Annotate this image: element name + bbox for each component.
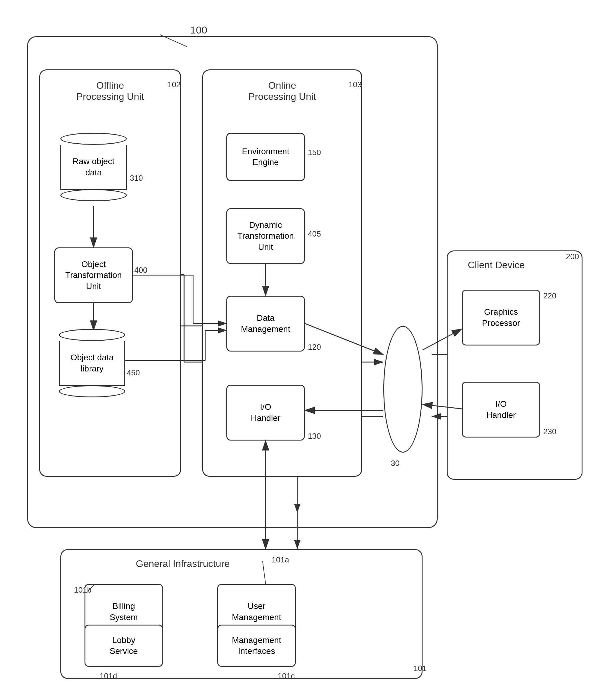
network-ellipse <box>383 326 422 453</box>
ref-150: 150 <box>308 148 321 157</box>
online-pu-label: OnlineProcessing Unit <box>210 80 355 102</box>
ref-101: 101 <box>414 664 427 673</box>
ref-120: 120 <box>308 343 321 352</box>
ref-450: 450 <box>127 368 140 378</box>
management-interfaces: ManagementInterfaces <box>217 625 296 667</box>
ref-102: 102 <box>167 80 180 89</box>
ref-220: 220 <box>543 291 556 300</box>
ref-200: 200 <box>566 252 579 261</box>
ref-400: 400 <box>134 266 147 275</box>
ref-101b: 101b <box>74 585 91 595</box>
ref-405: 405 <box>308 229 321 239</box>
dynamic-transformation-unit: DynamicTransformationUnit <box>227 208 305 264</box>
ref-101a: 101a <box>272 555 289 565</box>
environment-engine: EnvironmentEngine <box>227 133 305 181</box>
io-handler-client: I/OHandler <box>462 382 540 438</box>
offline-pu-label: OfflineProcessing Unit <box>47 80 174 102</box>
graphics-processor: GraphicsProcessor <box>462 290 540 346</box>
data-management: DataManagement <box>227 296 305 351</box>
ref-310: 310 <box>130 174 143 183</box>
ref-130: 130 <box>308 432 321 441</box>
ref-101d: 101d <box>99 671 117 681</box>
lobby-service: LobbyService <box>85 625 163 667</box>
general-infra-label: General Infrastructure <box>136 558 230 569</box>
io-handler-online: I/OHandler <box>227 385 305 440</box>
client-device-label: Client Device <box>468 259 525 271</box>
object-data-library-cylinder: Object data library <box>59 329 125 398</box>
object-transformation-unit: ObjectTransformationUnit <box>54 248 133 303</box>
raw-object-data-cylinder: Raw object data <box>60 133 127 202</box>
ref-100: 100 <box>190 24 207 36</box>
ref-101c: 101c <box>278 671 294 681</box>
ref-30: 30 <box>391 459 400 468</box>
client-device <box>447 251 582 480</box>
ref-230: 230 <box>543 427 556 436</box>
diagram-container: 100 OfflineProcessing Unit 102 Raw objec… <box>0 0 616 694</box>
ref-103: 103 <box>349 80 362 89</box>
